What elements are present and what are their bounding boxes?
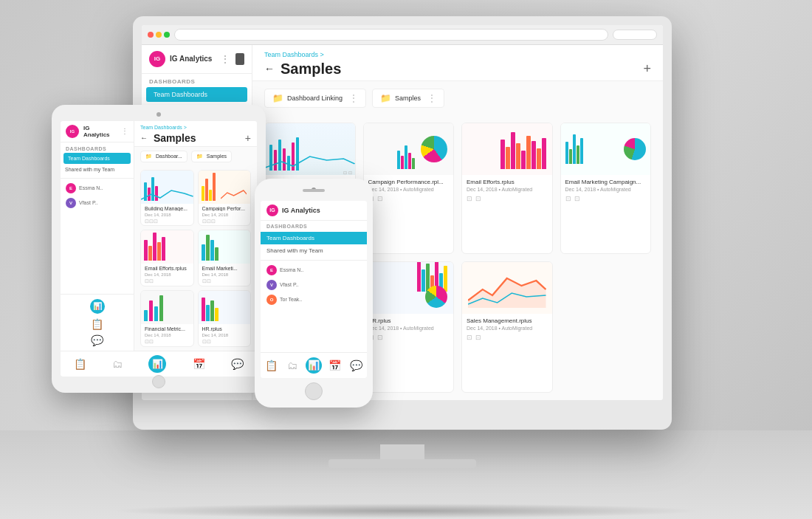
tablet-card-meta-3: Dec 14, 2018 bbox=[145, 272, 190, 277]
tablet-folder-1[interactable]: 📁 Dashboar... bbox=[140, 151, 187, 162]
tablet-card-meta-5: Dec 14, 2018 bbox=[145, 333, 190, 337]
folder-samples[interactable]: 📁 Samples ⋮ bbox=[372, 89, 444, 108]
phone-user-3: O Tor Teak.. bbox=[261, 292, 367, 307]
card-campaign-performance[interactable]: Campaign Performance.rpl... Dec 14, 2018… bbox=[363, 123, 455, 254]
sidebar-item-team-dashboards[interactable]: Team Dashboards bbox=[146, 87, 247, 102]
tablet-avatar: IG bbox=[66, 125, 79, 138]
tablet-nav-label: Team Dashboards bbox=[68, 156, 110, 161]
tablet-card-actions-4: ⊡⊡ bbox=[202, 278, 247, 284]
tablet-app-layout: IG IG Analytics ⋮ DASHBOARDS Team Dashbo… bbox=[61, 121, 257, 351]
tablet-main: Team Dashboards > ← Samples + 📁 bbox=[134, 121, 257, 351]
tablet-folder-2[interactable]: 📁 Samples bbox=[191, 151, 232, 162]
folder-dashboard-linking[interactable]: 📁 Dashboard Linking ⋮ bbox=[264, 89, 366, 108]
phone-user-avatar-1: E bbox=[266, 265, 277, 275]
tablet-menu-icon[interactable]: ⋮ bbox=[121, 127, 128, 135]
tablet-card-4[interactable]: Email Marketi... Dec 14, 2018 ⊡⊡ bbox=[198, 230, 252, 286]
card-meta: Dec 14, 2018 • AutoMigrated bbox=[467, 326, 548, 331]
phone-bottom-bar: 📋 🗂 📊 📅 💬 bbox=[261, 352, 367, 378]
tablet-icon-1[interactable]: 📋 bbox=[91, 318, 103, 330]
tablet-card-6[interactable]: HR.rplus Dec 14, 2018 ⊡⊡ bbox=[198, 290, 252, 347]
tablet-user-1: E Essma N.. bbox=[61, 181, 134, 196]
tablet-active-tab[interactable]: 📊 bbox=[90, 299, 105, 314]
tablet-folder-bar: 📁 Dashboar... 📁 Samples bbox=[134, 147, 257, 166]
tablet-user-avatar-2: V bbox=[66, 198, 76, 208]
tablet-nav-team[interactable]: Team Dashboards bbox=[63, 153, 131, 164]
card-meta: Dec 14, 2018 • AutoMigrated bbox=[368, 187, 450, 192]
tablet-card-actions-1: ⊡⊡⊡ bbox=[145, 219, 190, 224]
tablet-bottom-icon-1[interactable]: 📋 bbox=[74, 358, 86, 370]
tablet-card-title-1: Building Manage... bbox=[145, 206, 190, 211]
mini-pie-chart bbox=[421, 136, 447, 162]
phone-user-name-1: Essma N.. bbox=[280, 267, 303, 272]
add-button[interactable]: + bbox=[643, 61, 651, 77]
folder-icon-2: 📁 bbox=[380, 93, 391, 103]
page-title: Samples bbox=[281, 61, 341, 78]
card-email-efforts[interactable]: Email Efforts.rplus Dec 14, 2018 • AutoM… bbox=[461, 123, 553, 254]
card-title: Email Marketing Campaign... bbox=[565, 179, 647, 185]
tablet-nav-shared[interactable]: Shared with my Team bbox=[61, 164, 134, 175]
folder-menu-1[interactable]: ⋮ bbox=[349, 93, 358, 103]
tablet-bottom-icon-2[interactable]: 🗂 bbox=[112, 358, 123, 370]
dot-yellow[interactable] bbox=[156, 32, 162, 38]
phone-device: IG IG Analytics DASHBOARDS Team Dashboar… bbox=[255, 179, 373, 408]
tablet-main-header: Team Dashboards > ← Samples + bbox=[134, 121, 257, 147]
tablet-user-avatar-1: E bbox=[66, 183, 76, 193]
sidebar-menu-icon[interactable]: ⋮ bbox=[221, 54, 230, 64]
folder-menu-2[interactable]: ⋮ bbox=[427, 93, 436, 103]
tablet-back-btn[interactable]: ← bbox=[140, 134, 148, 142]
phone-users-section: E Essma N.. V Vfast P.. O Tor Teak.. bbox=[261, 260, 367, 307]
tablet-card-actions-5: ⊡⊡ bbox=[145, 339, 190, 345]
tablet-card-3[interactable]: Email Efforts.rplus Dec 14, 2018 ⊡⊡ bbox=[140, 230, 194, 286]
phone-bottom-icon-3[interactable]: 📅 bbox=[327, 357, 343, 374]
monitor-base bbox=[328, 459, 476, 468]
sidebar-collapse-icon[interactable] bbox=[235, 53, 244, 65]
phone-bottom-icon-1[interactable]: 📋 bbox=[263, 357, 279, 374]
tablet-card-2[interactable]: Campaign Perfor... Dec 14, 2018 ⊡⊡⊡ bbox=[198, 170, 252, 227]
tablet-card-5[interactable]: Financial Metric... Dec 14, 2018 ⊡⊡ bbox=[140, 290, 194, 347]
tablet-card-actions-6: ⊡⊡ bbox=[202, 339, 247, 345]
card-icon-1: ⊡ bbox=[565, 195, 571, 202]
tablet-card-actions-2: ⊡⊡⊡ bbox=[202, 219, 247, 224]
tablet-card-meta-6: Dec 14, 2018 bbox=[202, 333, 247, 337]
tablet-device: IG IG Analytics ⋮ DASHBOARDS Team Dashbo… bbox=[52, 105, 266, 393]
card-actions: ⊡ ⊡ bbox=[368, 195, 450, 202]
card-meta: Dec 14, 2018 • AutoMigrated bbox=[368, 326, 450, 331]
tablet-add-btn[interactable]: + bbox=[245, 132, 251, 144]
card-title: Email Efforts.rplus bbox=[467, 179, 548, 185]
sidebar-header: IG IG Analytics ⋮ bbox=[142, 45, 252, 74]
tablet-card-title-4: Email Marketi... bbox=[202, 266, 247, 271]
tablet-home-button[interactable] bbox=[152, 375, 165, 388]
tablet-folder-icon-2: 📁 bbox=[196, 154, 203, 159]
card-icon-1: ⊡ bbox=[467, 195, 472, 202]
tablet-bottom-icon-3[interactable]: 📅 bbox=[193, 358, 205, 370]
card-icon-2: ⊡ bbox=[574, 195, 580, 202]
sidebar-nav-label: Team Dashboards bbox=[154, 91, 207, 98]
card-email-marketing[interactable]: Email Marketing Campaign... Dec 14, 2018… bbox=[560, 123, 652, 254]
tablet-bottom-icon-4[interactable]: 💬 bbox=[231, 358, 244, 370]
browser-search[interactable] bbox=[613, 30, 657, 40]
monitor-neck bbox=[380, 444, 424, 461]
phone-nav-team[interactable]: Team Dashboards bbox=[261, 232, 367, 244]
phone-bottom-icon-4[interactable]: 💬 bbox=[348, 357, 365, 374]
dot-red[interactable] bbox=[148, 32, 154, 38]
tablet-folder-icon-1: 📁 bbox=[145, 154, 152, 159]
phone-bottom-icon-active[interactable]: 📊 bbox=[306, 357, 322, 374]
card-actions: ⊡ ⊡ bbox=[467, 195, 548, 202]
phone-nav-label-1: Team Dashboards bbox=[266, 235, 314, 241]
browser-bar bbox=[142, 25, 663, 45]
tablet-icon-2[interactable]: 💬 bbox=[91, 334, 103, 346]
phone-nav-shared[interactable]: Shared with my Team bbox=[261, 244, 367, 257]
tablet-bottom-icon-active[interactable]: 📊 bbox=[148, 355, 166, 373]
browser-url-bar[interactable] bbox=[174, 29, 608, 41]
card-hr[interactable]: HR.rplus Dec 14, 2018 • AutoMigrated ⊡ ⊡ bbox=[363, 261, 455, 393]
card-sales-management[interactable]: Sales Management.rplus Dec 14, 2018 • Au… bbox=[461, 261, 553, 393]
tablet-user-name-1: Essma N.. bbox=[79, 185, 103, 190]
mini-pie-2 bbox=[624, 138, 646, 160]
dot-green[interactable] bbox=[164, 32, 170, 38]
tablet-card-1[interactable]: Building Manage... Dec 14, 2018 ⊡⊡⊡ bbox=[140, 170, 194, 227]
main-header: Team Dashboards > ← Samples + bbox=[252, 45, 663, 81]
phone-home-button[interactable] bbox=[305, 382, 323, 400]
tablet-user-name-2: Vfast P.. bbox=[79, 200, 98, 205]
phone-bottom-icon-2[interactable]: 🗂 bbox=[284, 357, 300, 374]
back-button[interactable]: ← bbox=[264, 63, 275, 75]
